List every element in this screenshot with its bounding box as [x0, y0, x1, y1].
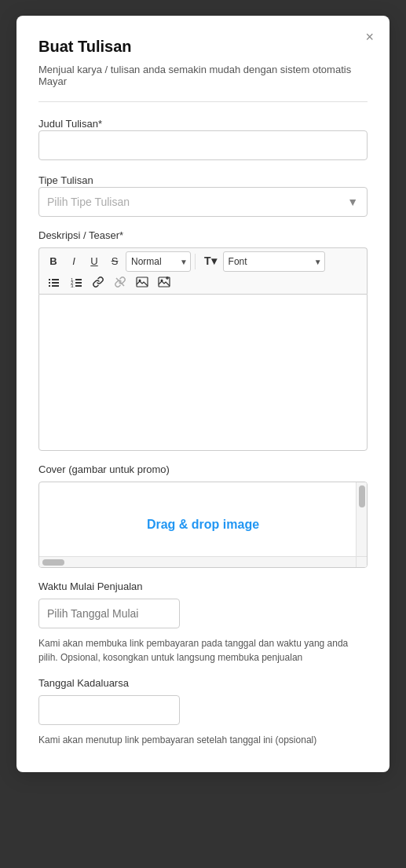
image2-icon	[158, 276, 170, 288]
image-icon	[136, 276, 148, 288]
tipe-select[interactable]: Pilih Tipe Tulisan	[38, 187, 368, 217]
toolbar-row1: B I U S Normal Heading 1 Heading 2 ▼ T▾	[44, 251, 362, 272]
svg-rect-2	[49, 282, 50, 284]
svg-rect-9	[75, 282, 82, 284]
bold-button[interactable]: B	[44, 252, 63, 271]
image2-button[interactable]	[154, 273, 174, 291]
style-select[interactable]: Normal Heading 1 Heading 2	[126, 251, 191, 272]
waktu-helper: Kami akan membuka link pembayaran pada t…	[38, 636, 368, 665]
link-button[interactable]	[88, 273, 108, 291]
modal-title: Buat Tulisan	[38, 38, 368, 56]
underline-button[interactable]: U	[85, 252, 104, 271]
ordered-list-button[interactable]: 1. 2. 3.	[66, 273, 86, 291]
scroll-corner	[356, 556, 367, 567]
unordered-list-button[interactable]	[44, 273, 64, 291]
svg-rect-0	[49, 279, 50, 280]
tipe-label: Tipe Tulisan	[38, 174, 93, 186]
ul-icon	[48, 276, 60, 288]
judul-label: Judul Tulisan*	[38, 118, 102, 130]
italic-button[interactable]: I	[64, 252, 83, 271]
scroll-thumb-v	[359, 485, 365, 507]
style-select-wrapper: Normal Heading 1 Heading 2 ▼	[126, 251, 191, 272]
text-color-wrapper: T▾	[199, 251, 221, 272]
image-button[interactable]	[132, 273, 152, 291]
scroll-thumb-h	[42, 559, 64, 566]
unlink-icon	[114, 276, 126, 288]
svg-rect-5	[52, 285, 59, 287]
ol-icon: 1. 2. 3.	[70, 276, 82, 288]
svg-rect-13	[137, 277, 148, 287]
deskripsi-label: Deskripsi / Teaser*	[38, 229, 368, 241]
drag-drop-text: Drag & drop image	[147, 518, 259, 532]
kadaluarsa-label: Tanggal Kadaluarsa	[38, 677, 368, 689]
svg-rect-11	[75, 285, 82, 287]
divider	[38, 101, 368, 102]
kadaluarsa-helper: Kami akan menutup link pembayaran setela…	[38, 733, 368, 747]
close-button[interactable]: ×	[365, 30, 374, 44]
svg-rect-1	[52, 279, 59, 280]
cover-label: Cover (gambar untuk promo)	[38, 463, 368, 475]
svg-text:3.: 3.	[71, 284, 75, 288]
horizontal-scrollbar[interactable]	[39, 556, 356, 567]
waktu-input[interactable]	[38, 599, 180, 628]
modal-container: Buat Tulisan × Menjual karya / tulisan a…	[16, 16, 390, 772]
unlink-button[interactable]	[110, 273, 130, 291]
font-select-wrapper: Font Arial Times New Roman ▼	[223, 251, 325, 272]
cover-drop-zone[interactable]: Drag & drop image	[38, 482, 368, 568]
modal-overlay: Buat Tulisan × Menjual karya / tulisan a…	[0, 0, 406, 868]
editor-area[interactable]	[38, 294, 368, 451]
svg-rect-3	[52, 282, 59, 284]
font-select[interactable]: Font Arial Times New Roman	[223, 251, 325, 272]
modal-subtitle: Menjual karya / tulisan anda semakin mud…	[38, 64, 368, 87]
svg-rect-15	[159, 277, 170, 287]
strikethrough-button[interactable]: S	[105, 252, 124, 271]
toolbar-divider1	[195, 254, 196, 269]
kadaluarsa-input[interactable]	[38, 695, 180, 725]
vertical-scrollbar[interactable]	[356, 482, 367, 567]
tipe-select-wrapper: Pilih Tipe Tulisan ▼	[38, 187, 368, 217]
waktu-label: Waktu Mulai Penjualan	[38, 580, 368, 592]
text-color-button[interactable]: T▾	[199, 251, 221, 272]
svg-rect-4	[49, 285, 50, 287]
svg-rect-7	[75, 279, 82, 280]
editor-toolbar: B I U S Normal Heading 1 Heading 2 ▼ T▾	[38, 247, 368, 294]
toolbar-row2: 1. 2. 3.	[44, 273, 362, 291]
link-icon	[92, 276, 104, 288]
judul-input[interactable]	[38, 130, 368, 160]
